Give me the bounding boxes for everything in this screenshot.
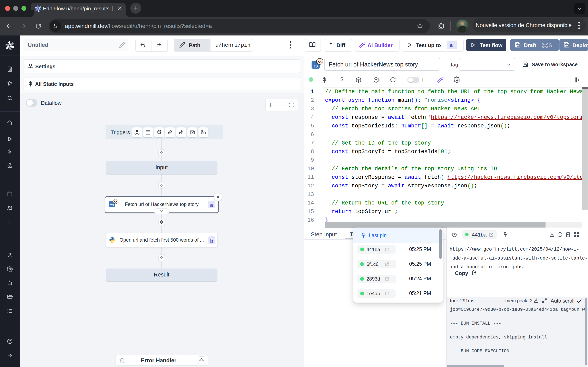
- svg-text:S: S: [549, 42, 552, 48]
